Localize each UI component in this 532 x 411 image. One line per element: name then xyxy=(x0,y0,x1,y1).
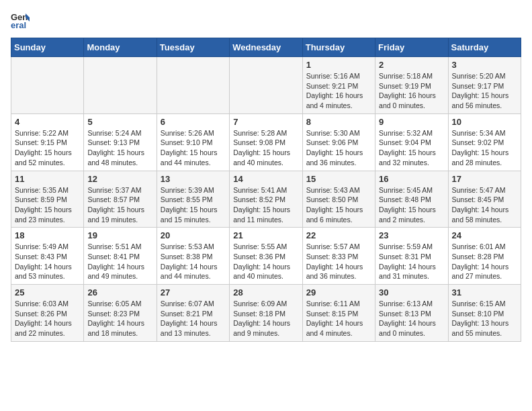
day-info: Sunrise: 5:47 AM Sunset: 8:45 PM Dayligh… xyxy=(452,185,517,225)
day-info: Sunrise: 5:41 AM Sunset: 8:52 PM Dayligh… xyxy=(233,185,298,225)
day-info: Sunrise: 5:24 AM Sunset: 9:13 PM Dayligh… xyxy=(87,128,152,168)
day-number: 23 xyxy=(379,230,444,240)
day-cell xyxy=(84,57,157,114)
weekday-header-monday: Monday xyxy=(84,38,157,57)
day-number: 4 xyxy=(15,117,80,127)
weekday-header-friday: Friday xyxy=(375,38,448,57)
day-cell: 23Sunrise: 5:59 AM Sunset: 8:31 PM Dayli… xyxy=(375,228,448,285)
week-row-5: 25Sunrise: 6:03 AM Sunset: 8:26 PM Dayli… xyxy=(11,285,521,342)
weekday-header-wednesday: Wednesday xyxy=(230,38,302,57)
day-info: Sunrise: 6:09 AM Sunset: 8:18 PM Dayligh… xyxy=(233,299,298,338)
day-cell: 20Sunrise: 5:53 AM Sunset: 8:38 PM Dayli… xyxy=(157,228,229,285)
day-cell: 7Sunrise: 5:28 AM Sunset: 9:08 PM Daylig… xyxy=(230,113,302,171)
day-number: 10 xyxy=(452,117,517,127)
day-cell: 2Sunrise: 5:18 AM Sunset: 9:19 PM Daylig… xyxy=(375,57,448,114)
day-cell: 16Sunrise: 5:45 AM Sunset: 8:48 PM Dayli… xyxy=(375,171,448,228)
weekday-header-sunday: Sunday xyxy=(11,38,84,57)
day-cell: 13Sunrise: 5:39 AM Sunset: 8:55 PM Dayli… xyxy=(157,171,229,228)
day-cell xyxy=(11,57,84,114)
day-cell: 27Sunrise: 6:07 AM Sunset: 8:21 PM Dayli… xyxy=(157,285,229,342)
day-cell: 28Sunrise: 6:09 AM Sunset: 8:18 PM Dayli… xyxy=(230,285,302,342)
weekday-header-saturday: Saturday xyxy=(448,38,521,57)
day-number: 7 xyxy=(233,117,298,127)
day-info: Sunrise: 5:18 AM Sunset: 9:19 PM Dayligh… xyxy=(379,71,444,111)
day-number: 8 xyxy=(306,117,371,127)
day-number: 15 xyxy=(306,174,371,184)
day-cell: 11Sunrise: 5:35 AM Sunset: 8:59 PM Dayli… xyxy=(11,171,84,228)
day-cell: 26Sunrise: 6:05 AM Sunset: 8:23 PM Dayli… xyxy=(84,285,157,342)
day-info: Sunrise: 6:07 AM Sunset: 8:21 PM Dayligh… xyxy=(161,299,226,338)
day-number: 19 xyxy=(87,230,152,240)
day-info: Sunrise: 6:13 AM Sunset: 8:13 PM Dayligh… xyxy=(379,299,444,338)
week-row-4: 18Sunrise: 5:49 AM Sunset: 8:43 PM Dayli… xyxy=(11,228,521,285)
day-number: 1 xyxy=(306,60,371,70)
week-row-2: 4Sunrise: 5:22 AM Sunset: 9:15 PM Daylig… xyxy=(11,113,521,171)
day-info: Sunrise: 5:22 AM Sunset: 9:15 PM Dayligh… xyxy=(15,128,80,168)
day-number: 9 xyxy=(379,117,444,127)
day-number: 26 xyxy=(87,287,152,298)
day-info: Sunrise: 5:57 AM Sunset: 8:33 PM Dayligh… xyxy=(306,242,371,281)
day-info: Sunrise: 5:59 AM Sunset: 8:31 PM Dayligh… xyxy=(379,242,444,281)
day-cell: 18Sunrise: 5:49 AM Sunset: 8:43 PM Dayli… xyxy=(11,228,84,285)
day-cell: 21Sunrise: 5:55 AM Sunset: 8:36 PM Dayli… xyxy=(230,228,302,285)
day-info: Sunrise: 6:15 AM Sunset: 8:10 PM Dayligh… xyxy=(452,299,517,338)
day-cell: 12Sunrise: 5:37 AM Sunset: 8:57 PM Dayli… xyxy=(84,171,157,228)
day-cell: 8Sunrise: 5:30 AM Sunset: 9:06 PM Daylig… xyxy=(302,113,375,171)
day-info: Sunrise: 5:37 AM Sunset: 8:57 PM Dayligh… xyxy=(87,185,152,225)
day-cell: 22Sunrise: 5:57 AM Sunset: 8:33 PM Dayli… xyxy=(302,228,375,285)
day-number: 17 xyxy=(452,174,517,184)
day-number: 25 xyxy=(15,287,80,298)
day-info: Sunrise: 5:34 AM Sunset: 9:02 PM Dayligh… xyxy=(452,128,517,168)
day-info: Sunrise: 5:53 AM Sunset: 8:38 PM Dayligh… xyxy=(161,242,226,281)
day-info: Sunrise: 5:16 AM Sunset: 9:21 PM Dayligh… xyxy=(306,71,371,111)
logo: Gen eral xyxy=(11,11,32,30)
day-cell: 9Sunrise: 5:32 AM Sunset: 9:04 PM Daylig… xyxy=(375,113,448,171)
day-info: Sunrise: 5:20 AM Sunset: 9:17 PM Dayligh… xyxy=(452,71,517,111)
day-cell: 24Sunrise: 6:01 AM Sunset: 8:28 PM Dayli… xyxy=(448,228,521,285)
day-info: Sunrise: 5:35 AM Sunset: 8:59 PM Dayligh… xyxy=(15,185,80,225)
day-cell: 4Sunrise: 5:22 AM Sunset: 9:15 PM Daylig… xyxy=(11,113,84,171)
day-info: Sunrise: 5:26 AM Sunset: 9:10 PM Dayligh… xyxy=(161,128,226,168)
day-cell: 15Sunrise: 5:43 AM Sunset: 8:50 PM Dayli… xyxy=(302,171,375,228)
day-number: 29 xyxy=(306,287,371,298)
day-cell: 1Sunrise: 5:16 AM Sunset: 9:21 PM Daylig… xyxy=(302,57,375,114)
day-number: 14 xyxy=(233,174,298,184)
day-info: Sunrise: 6:03 AM Sunset: 8:26 PM Dayligh… xyxy=(15,299,80,338)
day-number: 5 xyxy=(87,117,152,127)
weekday-header-tuesday: Tuesday xyxy=(157,38,229,57)
day-info: Sunrise: 5:45 AM Sunset: 8:48 PM Dayligh… xyxy=(379,185,444,225)
calendar-table: SundayMondayTuesdayWednesdayThursdayFrid… xyxy=(11,38,521,342)
day-info: Sunrise: 5:39 AM Sunset: 8:55 PM Dayligh… xyxy=(161,185,226,225)
day-cell: 30Sunrise: 6:13 AM Sunset: 8:13 PM Dayli… xyxy=(375,285,448,342)
page-header: Gen eral xyxy=(11,11,521,30)
svg-text:eral: eral xyxy=(11,20,26,30)
day-info: Sunrise: 5:55 AM Sunset: 8:36 PM Dayligh… xyxy=(233,242,298,281)
day-number: 28 xyxy=(233,287,298,298)
day-number: 21 xyxy=(233,230,298,240)
day-number: 30 xyxy=(379,287,444,298)
day-info: Sunrise: 5:30 AM Sunset: 9:06 PM Dayligh… xyxy=(306,128,371,168)
day-number: 2 xyxy=(379,60,444,70)
day-number: 11 xyxy=(15,174,80,184)
day-info: Sunrise: 5:49 AM Sunset: 8:43 PM Dayligh… xyxy=(15,242,80,281)
day-cell: 10Sunrise: 5:34 AM Sunset: 9:02 PM Dayli… xyxy=(448,113,521,171)
day-cell: 5Sunrise: 5:24 AM Sunset: 9:13 PM Daylig… xyxy=(84,113,157,171)
day-number: 18 xyxy=(15,230,80,240)
day-cell: 17Sunrise: 5:47 AM Sunset: 8:45 PM Dayli… xyxy=(448,171,521,228)
weekday-header-row: SundayMondayTuesdayWednesdayThursdayFrid… xyxy=(11,38,521,57)
day-info: Sunrise: 5:28 AM Sunset: 9:08 PM Dayligh… xyxy=(233,128,298,168)
day-info: Sunrise: 6:05 AM Sunset: 8:23 PM Dayligh… xyxy=(87,299,152,338)
day-cell xyxy=(157,57,229,114)
day-info: Sunrise: 5:51 AM Sunset: 8:41 PM Dayligh… xyxy=(87,242,152,281)
day-number: 27 xyxy=(161,287,226,298)
day-number: 20 xyxy=(161,230,226,240)
logo-icon: Gen eral xyxy=(11,11,30,30)
day-number: 6 xyxy=(161,117,226,127)
week-row-3: 11Sunrise: 5:35 AM Sunset: 8:59 PM Dayli… xyxy=(11,171,521,228)
day-cell xyxy=(230,57,302,114)
day-info: Sunrise: 5:32 AM Sunset: 9:04 PM Dayligh… xyxy=(379,128,444,168)
day-cell: 19Sunrise: 5:51 AM Sunset: 8:41 PM Dayli… xyxy=(84,228,157,285)
day-number: 22 xyxy=(306,230,371,240)
day-number: 3 xyxy=(452,60,517,70)
day-cell: 3Sunrise: 5:20 AM Sunset: 9:17 PM Daylig… xyxy=(448,57,521,114)
